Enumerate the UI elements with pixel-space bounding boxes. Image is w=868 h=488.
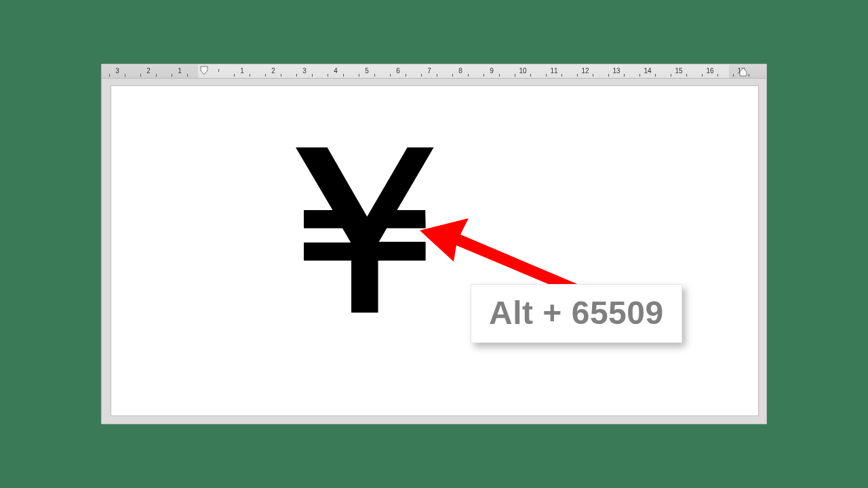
shortcut-callout: Alt + 65509: [471, 284, 682, 343]
ruler-number: 3: [289, 64, 320, 78]
editor-window: 3211234567891011121314151617 ￥: [101, 64, 767, 424]
ruler-number: 2: [258, 64, 289, 78]
svg-marker-1: [740, 68, 747, 76]
right-indent-marker-icon[interactable]: [739, 67, 747, 77]
ruler-number: 14: [632, 64, 663, 78]
ruler-number: 11: [538, 64, 570, 78]
ruler-number: 9: [476, 64, 507, 78]
ruler-number: 12: [570, 64, 601, 78]
left-indent-marker-icon[interactable]: [200, 66, 208, 77]
ruler-number: 6: [382, 64, 414, 78]
ruler-number: 2: [133, 64, 164, 78]
shortcut-text: Alt + 65509: [489, 295, 664, 331]
ruler-number: 5: [351, 64, 382, 78]
svg-marker-0: [201, 66, 208, 75]
page-container: ￥ Alt + 65509: [102, 79, 766, 424]
ruler-number: 16: [694, 64, 726, 78]
yen-symbol: ￥: [247, 117, 477, 347]
ruler-number: 4: [320, 64, 351, 78]
document-page[interactable]: ￥ Alt + 65509: [111, 85, 759, 416]
ruler-number: 8: [445, 64, 476, 78]
horizontal-ruler[interactable]: 3211234567891011121314151617: [102, 64, 766, 79]
ruler-number: 3: [102, 64, 133, 78]
ruler-number: 7: [414, 64, 445, 78]
ruler-number: 1: [164, 64, 195, 78]
ruler-number: 13: [601, 64, 632, 78]
ruler-number: 1: [226, 64, 258, 78]
ruler-number: 10: [507, 64, 538, 78]
ruler-number: 15: [663, 64, 694, 78]
